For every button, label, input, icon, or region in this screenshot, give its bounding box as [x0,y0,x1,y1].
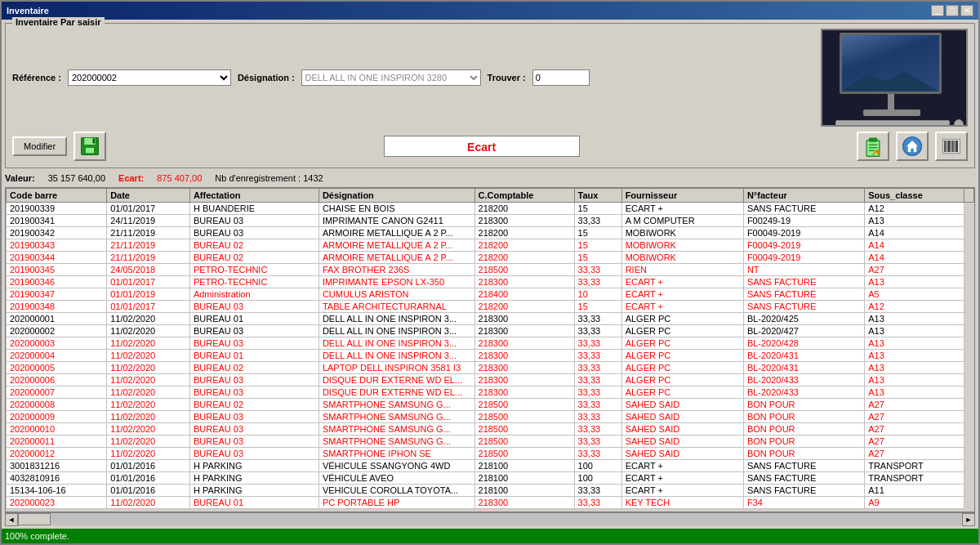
table-row[interactable]: 20200000111/02/2020BUREAU 01DELL ALL IN … [7,313,974,325]
table-cell: BUREAU 02 [189,399,318,411]
table-cell: 218200 [474,301,574,313]
table-row[interactable]: 20200000811/02/2020BUREAU 02SMARTPHONE S… [7,399,974,411]
table-cell: BON POUR [743,448,864,460]
table-row[interactable]: 300183121601/01/2016H PARKINGVÉHICULE SS… [7,460,974,472]
inventaire-group: Inventaire Par saisir Référence : 202000… [5,23,975,168]
table-cell: ALGER PC [621,337,743,350]
barcode-button[interactable] [935,132,968,161]
table-cell: 218500 [474,423,574,436]
minimize-button[interactable]: _ [931,5,944,16]
table-cell: 218200 [474,252,574,264]
table-cell: TABLE ARCHITECTURARNAL [318,301,474,313]
table-cell: 01/01/2016 [107,472,190,485]
table-cell: 218300 [474,215,574,227]
table-cell: ARMOIRE METALLIQUE A 2 P... [318,239,474,252]
table-row[interactable]: 20200000511/02/2020BUREAU 02LAPTOP DELL … [7,362,974,374]
table-cell: 218300 [474,276,574,288]
table-row[interactable]: 20190034221/11/2019BUREAU 03ARMOIRE META… [7,227,974,239]
table-cell: BUREAU 03 [189,436,318,448]
table-cell: 11/02/2020 [107,411,190,423]
table-cell: ECART + [621,472,743,485]
table-row[interactable]: 20190034524/05/2018PETRO-TECHNICFAX BROT… [7,264,974,276]
table-cell: 201900342 [7,227,107,239]
table-cell: F00249-19 [743,215,864,227]
table-row[interactable]: 20200000911/02/2020BUREAU 03SMARTPHONE S… [7,411,974,423]
table-row[interactable]: 20190034321/11/2019BUREAU 02ARMOIRE META… [7,239,974,252]
table-cell: A13 [865,350,964,362]
table-cell: LAPTOP DELL INSPIRON 3581 I3 [318,362,474,374]
table-row[interactable]: 20200001211/02/2020BUREAU 03SMARTPHONE I… [7,448,974,460]
save-button[interactable] [74,132,106,161]
table-cell: 10 [574,288,621,301]
table-row[interactable]: 20200001011/02/2020BUREAU 03SMARTPHONE S… [7,423,974,436]
scrollbar-thumb[interactable] [18,513,51,525]
table-cell: 201900347 [7,288,107,301]
table-cell: 218500 [474,411,574,423]
window-content: Inventaire Par saisir Référence : 202000… [2,20,978,529]
table-scroll-area[interactable]: Code barre Date Affectation Désignation … [5,187,975,512]
table-cell: IMPRIMANTE EPSON LX-350 [318,276,474,288]
table-cell: TRANSPORT [865,472,964,485]
col-scroll-spacer [964,189,974,203]
table-cell: 218300 [474,386,574,399]
table-cell: 33,33 [574,325,621,337]
maximize-button[interactable]: □ [946,5,959,16]
table-row[interactable]: 20190034701/01/2019AdministrationCUMULUS… [7,288,974,301]
table-cell: A13 [865,362,964,374]
scrollbar-track[interactable] [18,513,962,525]
table-cell: ECART + [621,301,743,313]
table-row[interactable]: 20190034421/11/2019BUREAU 02ARMOIRE META… [7,252,974,264]
table-cell: 11/02/2020 [107,423,190,436]
table-row[interactable]: 20200002311/02/2020BUREAU 01PC PORTABLE … [7,497,974,509]
table-row[interactable]: 20190034801/01/2017BUREAU 03TABLE ARCHIT… [7,301,974,313]
table-cell: 24/05/2018 [107,264,190,276]
horizontal-scrollbar[interactable]: ◄ ► [5,512,975,525]
col-affectation: Affectation [189,189,318,203]
table-cell: 202000009 [7,411,107,423]
status-text: 100% complete. [5,531,69,541]
trouver-label: Trouver : [488,73,526,83]
table-row[interactable]: 20190034601/01/2017PETRO-TECHNICIMPRIMAN… [7,276,974,288]
home-button[interactable] [896,132,929,161]
table-cell: 201900339 [7,203,107,215]
table-row[interactable]: 20190034124/11/2019BUREAU 03IMPRIMANTE C… [7,215,974,227]
table-cell: F00049-2019 [743,239,864,252]
table-cell: BON POUR [743,423,864,436]
table-cell: 11/02/2020 [107,497,190,509]
modifier-button[interactable]: Modifier [12,136,67,156]
table-cell: BUREAU 01 [189,313,318,325]
table-row[interactable]: 20200000411/02/2020BUREAU 01DELL ALL IN … [7,350,974,362]
close-button[interactable]: ✕ [960,5,973,16]
table-cell: 01/01/2017 [107,203,190,215]
table-cell: 218100 [474,460,574,472]
reference-select[interactable]: 202000002 [68,69,231,86]
table-cell: 218500 [474,264,574,276]
trouver-input[interactable]: 0 [532,69,590,86]
table-row[interactable]: 20200001111/02/2020BUREAU 03SMARTPHONE S… [7,436,974,448]
table-row[interactable]: 15134-106-1601/01/2016H PARKINGVEHICULE … [7,485,974,497]
table-cell: A27 [865,436,964,448]
table-cell: DELL ALL IN ONE INSPIRON 3... [318,313,474,325]
clipboard-button[interactable] [857,132,889,161]
table-cell: BUREAU 02 [189,362,318,374]
table-cell: ARMOIRE METALLIQUE A 2 P... [318,252,474,264]
reference-label: Référence : [12,73,61,83]
table-row[interactable]: 20190033901/01/2017H BUANDERIECHAISE EN … [7,203,974,215]
table-cell: 202000006 [7,374,107,386]
svg-rect-3 [93,138,96,143]
table-cell: 21/11/2019 [107,227,190,239]
table-cell: 201900346 [7,276,107,288]
table-cell: 218500 [474,448,574,460]
table-row[interactable]: 20200000611/02/2020BUREAU 03DISQUE DUR E… [7,374,974,386]
table-cell: SAHED SAID [621,411,743,423]
scroll-left-arrow[interactable]: ◄ [5,513,18,526]
table-cell: SANS FACTURE [743,276,864,288]
designation-select[interactable]: DELL ALL IN ONE INSPIRON 3280 [301,69,481,86]
table-cell: BUREAU 01 [189,497,318,509]
table-row[interactable]: 20200000711/02/2020BUREAU 03DISQUE DUR E… [7,386,974,399]
table-row[interactable]: 403281091601/01/2016H PARKINGVÉHICULE AV… [7,472,974,485]
scroll-right-arrow[interactable]: ► [962,513,975,526]
table-cell: 218500 [474,436,574,448]
table-row[interactable]: 20200000311/02/2020BUREAU 03DELL ALL IN … [7,337,974,350]
table-row[interactable]: 20200000211/02/2020BUREAU 03DELL ALL IN … [7,325,974,337]
